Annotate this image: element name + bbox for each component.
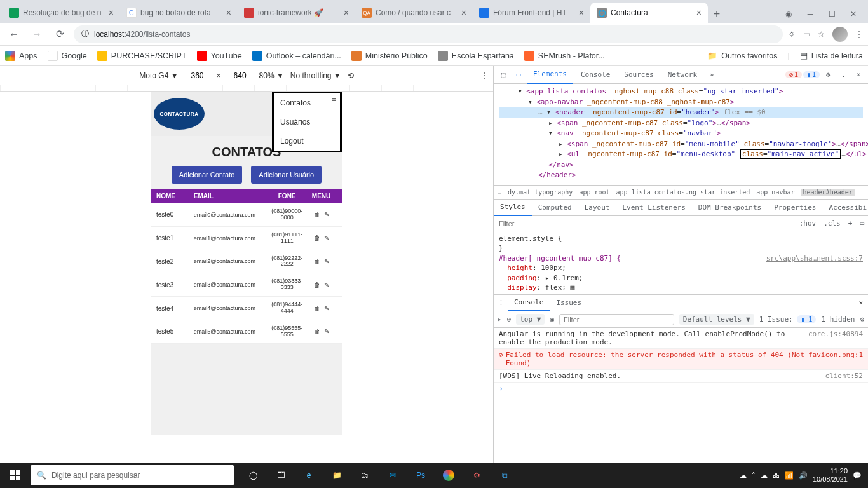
tray-wifi-icon[interactable]: 📶 (785, 471, 794, 480)
bookmark-item[interactable]: Outlook – calendári... (252, 51, 341, 61)
console-prompt[interactable]: › (494, 383, 868, 395)
taskbar-app[interactable]: ✉ (379, 463, 407, 488)
menu-item-logout[interactable]: Logout (274, 132, 340, 151)
delete-icon[interactable]: 🗑 (314, 281, 320, 288)
maximize-icon[interactable]: ☐ (822, 5, 841, 23)
tab-styles[interactable]: Styles (494, 200, 532, 216)
styles-filter-input[interactable] (494, 220, 796, 227)
console-body[interactable]: Angular is running in the development mo… (494, 328, 868, 463)
bookmark-item[interactable]: PURCHASE/SCRIPT (97, 51, 187, 61)
tab-1[interactable]: Gbug no botão de rota× (120, 3, 238, 23)
tab-event-listeners[interactable]: Event Listeners (616, 200, 691, 216)
bookmark-item[interactable]: Escola Espartana (438, 51, 514, 61)
device-width-input[interactable] (185, 71, 210, 81)
tray-volume-icon[interactable]: 🔊 (799, 471, 808, 480)
tab-accessibility[interactable]: Accessibility (822, 200, 868, 216)
profile-avatar[interactable] (832, 27, 848, 42)
device-select[interactable]: Moto G4 ▼ (139, 71, 178, 80)
levels-select[interactable]: Default levels ▼ (679, 314, 754, 325)
tab-elements[interactable]: Elements (527, 66, 573, 84)
taskbar-search[interactable]: 🔍Digite aqui para pesquisar (31, 465, 234, 485)
taskbar-app[interactable]: 🗔 (267, 463, 295, 488)
messages-badge[interactable]: ▮ 1 (803, 71, 820, 78)
close-icon[interactable]: × (696, 8, 702, 18)
close-icon[interactable]: × (109, 8, 114, 18)
tab-dom-breakpoints[interactable]: DOM Breakpoints (692, 200, 768, 216)
new-tab-button[interactable]: + (708, 5, 726, 23)
tab-4[interactable]: Fórum Front-end | HT× (473, 3, 590, 23)
tab-layout[interactable]: Layout (578, 200, 616, 216)
edit-icon[interactable]: ✎ (324, 305, 329, 312)
device-mode-icon[interactable]: ▭ (512, 71, 526, 79)
reading-list[interactable]: ▤Lista de leitura (800, 51, 863, 60)
reader-icon[interactable]: ▭ (803, 30, 810, 39)
tab-5[interactable]: 🌐Contactura× (590, 3, 708, 23)
tab-0[interactable]: Resolução de bug de n× (3, 3, 120, 23)
cls-toggle[interactable]: .cls (820, 219, 844, 227)
add-contact-button[interactable]: Adicionar Contato (172, 166, 242, 184)
device-height-input[interactable] (227, 71, 253, 81)
context-select[interactable]: top ▼ (516, 314, 545, 325)
bookmark-item[interactable]: YouTube (197, 51, 242, 61)
tray-chevron-icon[interactable]: ˄ (752, 471, 756, 480)
close-icon[interactable]: × (579, 8, 584, 18)
hov-toggle[interactable]: :hov (796, 219, 820, 227)
apps-button[interactable]: Apps (5, 51, 37, 61)
tab-sources[interactable]: Sources (618, 66, 660, 84)
forward-button[interactable]: → (28, 25, 46, 43)
tab-properties[interactable]: Properties (768, 200, 822, 216)
delete-icon[interactable]: 🗑 (314, 234, 320, 241)
add-rule-icon[interactable]: + (844, 219, 857, 227)
breadcrumb[interactable]: … dy.mat-typography app-root app-lista-c… (494, 186, 868, 200)
kebab-menu-icon[interactable]: ⋮ (480, 71, 488, 80)
gear-icon[interactable]: ⚙ (821, 71, 835, 79)
edit-icon[interactable]: ✎ (324, 328, 329, 335)
delete-icon[interactable]: 🗑 (314, 305, 320, 312)
tab-network[interactable]: Network (661, 66, 703, 84)
minimize-icon[interactable]: ─ (801, 5, 820, 23)
reload-button[interactable]: ⟳ (51, 25, 69, 43)
inspect-icon[interactable]: ⬚ (496, 71, 510, 79)
eye-icon[interactable]: ◉ (550, 315, 554, 323)
taskbar-app[interactable]: Ps (407, 463, 435, 488)
throttle-select[interactable]: No throttling ▼ (290, 71, 341, 80)
taskbar-app[interactable]: 📁 (323, 463, 351, 488)
tab-3[interactable]: QAComo / quando usar c× (355, 3, 473, 23)
more-tabs-icon[interactable]: » (705, 71, 719, 79)
bookmark-item[interactable]: SEMrush - Plafor... (524, 51, 605, 61)
tab-computed[interactable]: Computed (532, 200, 578, 216)
view-mode-icon[interactable]: ▭ (856, 219, 868, 227)
start-button[interactable] (0, 470, 31, 480)
tray-network-icon[interactable]: 🖧 (773, 471, 780, 479)
tab-issues[interactable]: Issues (550, 295, 588, 311)
edit-icon[interactable]: ✎ (324, 211, 329, 218)
delete-icon[interactable]: 🗑 (314, 328, 320, 335)
tab-2[interactable]: ionic-framework 🚀× (238, 3, 355, 23)
console-filter-input[interactable] (559, 314, 674, 325)
issues-link[interactable]: 1 Issue: ▮ 1 (759, 315, 817, 323)
error-badge[interactable]: ⊘ 1 (785, 71, 802, 78)
url-input[interactable]: ⓘ localhost:4200/lista-contatos (74, 25, 783, 43)
translate-icon[interactable]: ⛭ (788, 30, 796, 39)
taskbar-app[interactable] (435, 463, 463, 488)
close-icon[interactable]: × (461, 8, 466, 18)
tray-onedrive-icon[interactable]: ☁ (761, 471, 768, 480)
close-icon[interactable]: × (851, 71, 865, 79)
account-icon[interactable]: ◉ (779, 5, 798, 23)
close-icon[interactable]: × (344, 8, 349, 18)
bookmark-button[interactable]: ☆ (818, 30, 825, 39)
bookmark-item[interactable]: Google (48, 51, 87, 61)
task-view-icon[interactable]: ◯ (239, 463, 267, 488)
styles-body[interactable]: element.style { } src\app\sha…nent.scss:… (494, 231, 868, 295)
sidebar-toggle-icon[interactable]: ▸ (498, 315, 502, 323)
tab-console-drawer[interactable]: Console (508, 295, 550, 311)
hamburger-icon[interactable]: ≡ (332, 96, 336, 105)
back-button[interactable]: ← (5, 25, 23, 43)
gear-icon[interactable]: ⚙ (860, 315, 864, 323)
edit-icon[interactable]: ✎ (324, 234, 329, 241)
rotate-icon[interactable]: ⟲ (348, 71, 354, 80)
notifications-icon[interactable]: 💬 (853, 471, 862, 480)
kebab-menu-icon[interactable]: ⋮ (855, 30, 863, 39)
taskbar-app[interactable]: 🗂 (351, 463, 379, 488)
clear-console-icon[interactable]: ⊘ (507, 315, 512, 323)
